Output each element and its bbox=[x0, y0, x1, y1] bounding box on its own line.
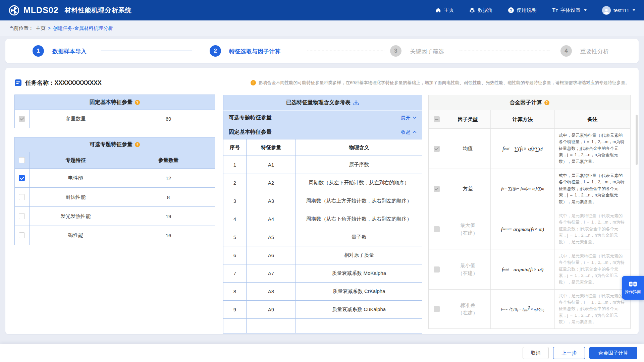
factor-type-sub: （在建） bbox=[458, 309, 478, 317]
factor-type-sub: （在建） bbox=[458, 229, 478, 237]
checkbox-unchecked[interactable] bbox=[19, 194, 25, 200]
factor-remark: 式中，是元素特征量（i代表元素的各个特征量，i ＝ 1，2,...m，m为特征量… bbox=[554, 290, 630, 328]
step-4-label: 重要性分析 bbox=[580, 48, 609, 55]
username: test111 bbox=[613, 7, 629, 13]
row-param: A2 bbox=[246, 174, 296, 192]
checkbox-unchecked[interactable] bbox=[19, 232, 25, 238]
step-connector bbox=[101, 51, 192, 51]
task-name: 任务名称：XXXXXXXXXXXX bbox=[25, 79, 102, 87]
checkbox-checked-disabled bbox=[434, 186, 440, 192]
task-doc-icon bbox=[14, 79, 22, 86]
row-no: 6 bbox=[223, 246, 246, 264]
help-icon[interactable] bbox=[544, 100, 549, 105]
section-label: 可选专题特征参量 bbox=[229, 114, 272, 121]
open-book-icon bbox=[629, 281, 637, 288]
nav-item-label: 字体设置 bbox=[560, 7, 581, 13]
nav-item-home[interactable]: 主页 bbox=[435, 7, 454, 13]
help-icon[interactable] bbox=[135, 142, 140, 147]
factor-panel: 合金因子计算 因子类型 计算方法 备注 均值 favei = ∑(fij × α… bbox=[428, 95, 631, 329]
section-optional-params[interactable]: 可选专题特征参量 展开 bbox=[223, 110, 422, 125]
factor-type: 标准差 bbox=[460, 302, 475, 309]
expand-toggle[interactable]: 展开 bbox=[401, 115, 417, 121]
row-param: A6 bbox=[246, 246, 296, 264]
app-logo-icon bbox=[9, 5, 19, 16]
app-title: 材料性能机理分析系统 bbox=[65, 6, 132, 15]
table-title-text: 合金因子计算 bbox=[510, 99, 542, 106]
reference-row: 2 A2 周期数（从左下开始计数，从左到右的顺序） bbox=[223, 174, 422, 192]
alloy-factor-calc-button[interactable]: 合金因子计算 bbox=[589, 347, 637, 359]
reference-row: 7 A7 质量衰减系数 MoKalpha bbox=[223, 264, 422, 282]
feature-count: 19 bbox=[122, 207, 215, 226]
factor-type-sub: （在建） bbox=[458, 269, 478, 277]
expand-label: 展开 bbox=[401, 115, 411, 121]
reference-row: 1 A1 原子序数 bbox=[223, 156, 422, 174]
factor-remark: 式中，是元素特征量（i代表元素的各个特征量，i ＝ 1，2,...m，m为特征量… bbox=[554, 169, 630, 209]
row-meaning: 原子序数 bbox=[296, 156, 422, 174]
cancel-button[interactable]: 取消 bbox=[523, 347, 549, 359]
nav-item-font-settings[interactable]: 字体设置 bbox=[552, 7, 587, 13]
row-no: 1 bbox=[223, 156, 246, 174]
row-no: 4 bbox=[223, 210, 246, 228]
row-meaning: 量子数 bbox=[296, 228, 422, 246]
breadcrumb-separator: > bbox=[48, 25, 51, 31]
collapse-toggle[interactable]: 收起 bbox=[401, 129, 417, 135]
feature-count: 16 bbox=[122, 226, 215, 245]
breadcrumb-current-link[interactable]: 创建任务-金属材料机理分析 bbox=[53, 25, 113, 32]
reference-row: 4 A4 周期数（从右下角开始计数，从右到左的顺序） bbox=[223, 210, 422, 228]
user-menu[interactable]: test111 bbox=[602, 6, 635, 15]
step-connector bbox=[459, 51, 550, 51]
checkbox-checked[interactable] bbox=[19, 175, 25, 181]
row-param: A4 bbox=[246, 210, 296, 228]
factor-row: 标准差 （在建） fstdi = √∑[(fij − favei)2 × αj]… bbox=[429, 289, 630, 328]
checkbox-unchecked[interactable] bbox=[19, 213, 25, 219]
chevron-down-icon bbox=[584, 9, 587, 11]
reference-row: 3 A3 周期数（从右上方开始计数，从右到左的顺序） bbox=[223, 192, 422, 210]
factor-formula: fmaxi = argmax(fij × αj) bbox=[490, 209, 554, 249]
feature-name: 磁性能 bbox=[29, 226, 122, 245]
factor-formula: fmini = argmin(fij × αj) bbox=[490, 249, 554, 289]
step-3-circle: 3 bbox=[390, 45, 401, 57]
col-header-remark: 备注 bbox=[554, 110, 630, 128]
factor-formula: fvi = ∑[(fij − favei)2 × αj]/∑αj bbox=[490, 169, 554, 209]
warning-icon bbox=[251, 80, 256, 85]
page: MLDS02 材料性能机理分析系统 主页 数据角 bbox=[0, 0, 644, 362]
feature-row: 耐蚀性能 8 bbox=[15, 187, 215, 206]
row-meaning: 质量衰减系数 CrKalpha bbox=[296, 283, 422, 300]
reference-table: 已选特征量物理含义参考表 可选专题特征参量 展开 bbox=[223, 95, 422, 334]
help-icon[interactable] bbox=[135, 100, 140, 105]
col-header-type: 因子类型 bbox=[445, 110, 491, 128]
download-icon[interactable] bbox=[353, 100, 359, 106]
checkbox-checked-disabled bbox=[19, 116, 25, 122]
top-navbar: MLDS02 材料性能机理分析系统 主页 数据角 bbox=[0, 0, 644, 20]
scrollbar-thumb[interactable] bbox=[636, 115, 638, 165]
optional-params-table: 可选专题特征参量 专题特征 参量数量 电性能 12 耐蚀性能 8 bbox=[14, 137, 215, 245]
nav-item-data[interactable]: 数据角 bbox=[469, 7, 493, 13]
step-1-circle[interactable]: 1 bbox=[33, 45, 44, 57]
step-2-label: 特征选取与因子计算 bbox=[229, 48, 280, 55]
prev-step-button[interactable]: 上一步 bbox=[553, 347, 585, 359]
row-meaning: 质量衰减系数 MoKalpha bbox=[296, 264, 422, 282]
breadcrumb: 当前位置： 主页 > 创建任务-金属材料机理分析 bbox=[0, 20, 644, 36]
table-row: 参量数量 69 bbox=[15, 110, 215, 128]
section-fixed-params[interactable]: 固定基本特征参量 收起 bbox=[223, 125, 422, 139]
table-title-text: 可选专题特征参量 bbox=[90, 141, 132, 148]
feature-row: 磁性能 16 bbox=[15, 226, 215, 245]
optional-params-title: 可选专题特征参量 bbox=[15, 137, 215, 152]
step-2-circle[interactable]: 2 bbox=[210, 45, 221, 57]
nav-menu: 主页 数据角 使用说明 字体设置 bbox=[435, 6, 635, 15]
nav-item-help[interactable]: 使用说明 bbox=[508, 7, 537, 13]
row-no: 3 bbox=[223, 192, 246, 210]
row-no: 5 bbox=[223, 228, 246, 246]
guide-button[interactable]: 操作指南 bbox=[622, 276, 644, 300]
breadcrumb-home-link[interactable]: 主页 bbox=[36, 25, 46, 32]
table-title-text: 已选特征量物理含义参考表 bbox=[286, 99, 351, 106]
feature-name: 耐蚀性能 bbox=[29, 188, 122, 206]
step-1-label: 数据样本导入 bbox=[52, 48, 87, 55]
select-all-checkbox[interactable] bbox=[19, 157, 25, 163]
table-header-row: 因子类型 计算方法 备注 bbox=[429, 110, 630, 128]
table-header-row: 专题特征 参量数量 bbox=[15, 152, 215, 168]
col-header-feature: 专题特征 bbox=[29, 152, 122, 168]
notice: 影响合金不同性能的可能特征参量种类多样，在69种基本物理化学特征参量的基础上，增… bbox=[251, 80, 630, 86]
factor-formula: favei = ∑(fij × αj)/∑αj bbox=[490, 129, 554, 169]
factor-row: 方差 fvi = ∑[(fij − favei)2 × αj]/∑αj 式中，是… bbox=[429, 169, 630, 209]
